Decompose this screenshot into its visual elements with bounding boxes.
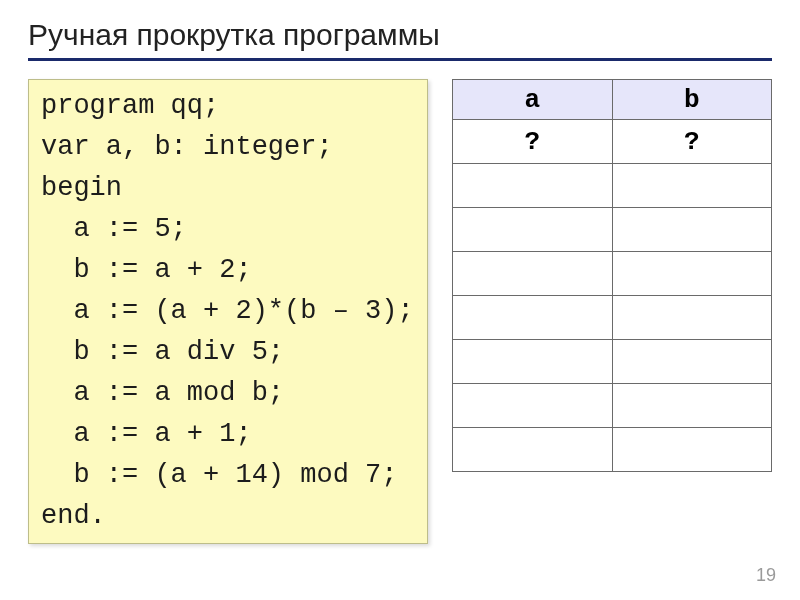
cell-a: ? — [453, 120, 613, 164]
cell-a — [453, 296, 613, 340]
code-line: var a, b: integer; — [41, 132, 333, 162]
cell-a — [453, 340, 613, 384]
cell-b: ? — [612, 120, 772, 164]
table-row — [453, 208, 772, 252]
code-line: a := a mod b; — [41, 378, 284, 408]
cell-b — [612, 208, 772, 252]
table-row: ? ? — [453, 120, 772, 164]
cell-b — [612, 252, 772, 296]
code-line: a := 5; — [41, 214, 187, 244]
table-row — [453, 252, 772, 296]
content-row: program qq; var a, b: integer; begin a :… — [28, 79, 772, 544]
code-line: end. — [41, 501, 106, 531]
col-header-a: a — [453, 80, 613, 120]
cell-a — [453, 384, 613, 428]
page-number: 19 — [756, 565, 776, 586]
table-row — [453, 384, 772, 428]
code-line: a := a + 1; — [41, 419, 252, 449]
code-line: b := a + 2; — [41, 255, 252, 285]
col-header-b: b — [612, 80, 772, 120]
cell-b — [612, 340, 772, 384]
slide-title: Ручная прокрутка программы — [28, 18, 772, 61]
code-line: begin — [41, 173, 122, 203]
table-row — [453, 340, 772, 384]
cell-b — [612, 384, 772, 428]
slide: Ручная прокрутка программы program qq; v… — [0, 0, 800, 600]
cell-b — [612, 428, 772, 472]
code-line: program qq; — [41, 91, 219, 121]
code-line: a := (a + 2)*(b – 3); — [41, 296, 414, 326]
cell-a — [453, 428, 613, 472]
cell-b — [612, 296, 772, 340]
table-row — [453, 428, 772, 472]
code-line: b := a div 5; — [41, 337, 284, 367]
table-header-row: a b — [453, 80, 772, 120]
cell-a — [453, 164, 613, 208]
table-row — [453, 164, 772, 208]
code-listing: program qq; var a, b: integer; begin a :… — [28, 79, 428, 544]
cell-b — [612, 164, 772, 208]
trace-table: a b ? ? — [452, 79, 772, 472]
code-line: b := (a + 14) mod 7; — [41, 460, 397, 490]
cell-a — [453, 208, 613, 252]
table-row — [453, 296, 772, 340]
cell-a — [453, 252, 613, 296]
